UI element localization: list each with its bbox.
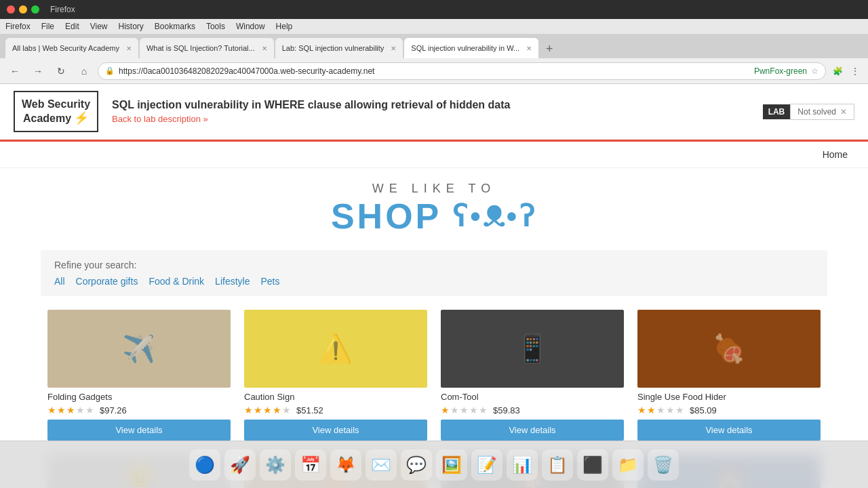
view-details-button-0[interactable]: View details (47, 420, 231, 441)
logo-box: Web Security Academy ⚡ (14, 91, 98, 132)
new-tab-button[interactable]: + (540, 39, 559, 58)
dock-trash[interactable]: 🗑️ (648, 449, 679, 481)
back-button[interactable]: ← (5, 62, 24, 81)
menu-window[interactable]: Window (236, 22, 265, 31)
menu-tools[interactable]: Tools (206, 22, 225, 31)
dock-calendar[interactable]: 📅 (295, 449, 326, 481)
dock-mail[interactable]: ✉️ (366, 449, 397, 481)
shop-tagline: WE LIKE TO (0, 182, 868, 196)
menu-file[interactable]: File (41, 22, 54, 31)
menu-bookmarks[interactable]: Bookmarks (155, 22, 195, 31)
product-price-2: $59.83 (493, 405, 520, 415)
filter-lifestyle[interactable]: Lifestyle (215, 276, 250, 287)
view-details-button-1[interactable]: View details (244, 420, 427, 441)
filter-all[interactable]: All (54, 276, 65, 287)
home-link[interactable]: Home (823, 149, 848, 160)
page-content: Home WE LIKE TO SHOP ʕ•ᴥ•ʔ Refine your s… (0, 142, 868, 488)
star-0-0: ★ (47, 405, 56, 415)
product-stars-1: ★★★★★ (244, 405, 291, 415)
star-3-3: ★ (666, 405, 675, 415)
product-price-0: $97.26 (100, 405, 127, 415)
tab-2[interactable]: Lab: SQL injection vulnerability ✕ (275, 38, 403, 58)
bookmark-icon[interactable]: ☆ (811, 66, 818, 76)
filter-pets[interactable]: Pets (260, 276, 279, 287)
lock-icon: 🔒 (105, 66, 115, 75)
menu-view[interactable]: View (90, 22, 108, 31)
product-meta-0: ★★★★★$97.26 (47, 405, 231, 415)
tab-0-close[interactable]: ✕ (126, 45, 132, 52)
star-3-4: ★ (675, 405, 684, 415)
product-image-3: 🍖 (637, 310, 821, 388)
star-1-0: ★ (244, 405, 253, 415)
dock-firefox[interactable]: 🦊 (330, 449, 361, 481)
star-3-2: ★ (656, 405, 665, 415)
lightning-icon: ⚡ (74, 110, 89, 125)
tab-0[interactable]: All labs | Web Security Academy ✕ (5, 38, 138, 58)
app-name: Firefox (50, 5, 75, 14)
products-grid: ✈️Folding Gadgets★★★★★$97.26View details… (41, 303, 827, 447)
menu-firefox[interactable]: Firefox (5, 22, 31, 31)
product-name-0: Folding Gadgets (47, 392, 231, 402)
home-button[interactable]: ⌂ (75, 62, 94, 81)
dock-powerpoint[interactable]: 📋 (542, 449, 573, 481)
logo-text-line1: Web Security (22, 98, 90, 110)
dock-launchpad[interactable]: 🚀 (224, 449, 256, 481)
address-text: https://0aca001036482082029ac40047000a.w… (119, 66, 750, 76)
product-card-2: 📱Com-Tool★★★★★$59.83View details (434, 303, 631, 447)
minimize-button[interactable] (19, 5, 27, 14)
star-3-0: ★ (637, 405, 646, 415)
dock-system-prefs[interactable]: ⚙️ (260, 449, 291, 481)
forward-button[interactable]: → (28, 62, 47, 81)
dock-excel[interactable]: 📊 (507, 449, 538, 481)
badge-status-text: Not solved ✕ (790, 104, 854, 120)
dock-finder[interactable]: 🔵 (189, 449, 220, 481)
star-2-0: ★ (441, 405, 450, 415)
filter-food[interactable]: Food & Drink (149, 276, 204, 287)
star-0-1: ★ (57, 405, 66, 415)
star-2-1: ★ (450, 405, 459, 415)
product-stars-2: ★★★★★ (441, 405, 488, 415)
product-name-3: Single Use Food Hider (637, 392, 821, 402)
menu-help[interactable]: Help (276, 22, 293, 31)
lab-logo: Web Security Academy ⚡ (14, 91, 98, 132)
badge-lab-text: LAB (763, 104, 791, 119)
browser-chrome: Firefox Firefox File Edit View History B… (0, 0, 868, 84)
star-0-2: ★ (66, 405, 75, 415)
tab-3[interactable]: SQL injection vulnerability in W... ✕ (404, 38, 538, 58)
reload-button[interactable]: ↻ (52, 62, 71, 81)
menu-edit[interactable]: Edit (65, 22, 79, 31)
close-button[interactable] (7, 5, 15, 14)
view-details-button-2[interactable]: View details (441, 420, 624, 441)
address-bar[interactable]: 🔒 https://0aca001036482082029ac40047000a… (98, 62, 826, 80)
badge-close-icon[interactable]: ✕ (840, 107, 847, 117)
dock-word[interactable]: 📝 (471, 449, 502, 481)
dock-filezilla[interactable]: 📁 (612, 449, 644, 481)
star-0-4: ★ (85, 405, 94, 415)
logo-text-line2: Academy (23, 112, 71, 125)
filter-links: All Corporate gifts Food & Drink Lifesty… (54, 276, 814, 287)
tab-1[interactable]: What is SQL Injection? Tutorial... ✕ (140, 38, 274, 58)
product-price-1: $51.52 (296, 405, 323, 415)
dock-terminal[interactable]: ⬛ (577, 449, 608, 481)
maximize-button[interactable] (31, 5, 39, 14)
dock-photos[interactable]: 🖼️ (436, 449, 467, 481)
product-image-2: 📱 (441, 310, 624, 388)
product-stars-3: ★★★★★ (637, 405, 684, 415)
nav-icons: 🧩 ⋮ (830, 64, 863, 79)
extensions-icon[interactable]: 🧩 (830, 64, 845, 79)
page-nav: Home (0, 142, 868, 168)
menu-history[interactable]: History (119, 22, 144, 31)
star-1-3: ★ (273, 405, 281, 415)
view-details-button-3[interactable]: View details (637, 420, 821, 441)
product-image-1: ⚠️ (244, 310, 427, 388)
settings-icon[interactable]: ⋮ (848, 64, 863, 79)
dock-messages[interactable]: 💬 (401, 449, 432, 481)
filter-corporate[interactable]: Corporate gifts (76, 276, 138, 287)
shop-hero: WE LIKE TO SHOP ʕ•ᴥ•ʔ (0, 168, 868, 243)
tab-3-close[interactable]: ✕ (526, 45, 532, 52)
extension-indicator: PwnFox-green (754, 66, 807, 76)
tab-1-close[interactable]: ✕ (262, 45, 267, 52)
back-to-lab-link[interactable]: Back to lab description » (112, 114, 763, 124)
tab-2-label: Lab: SQL injection vulnerability (282, 44, 384, 52)
tab-2-close[interactable]: ✕ (391, 45, 396, 52)
